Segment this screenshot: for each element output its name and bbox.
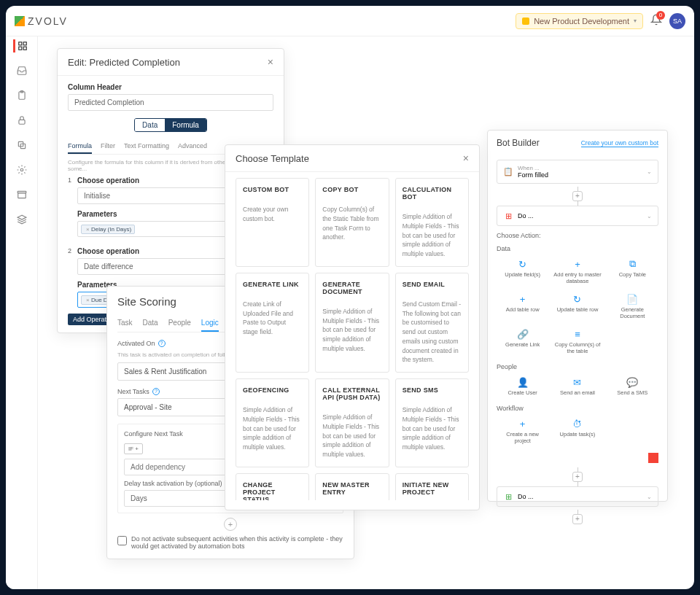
toggle-formula[interactable]: Formula: [165, 119, 206, 131]
tab-people[interactable]: People: [168, 315, 191, 332]
action-label: Send a SMS: [608, 389, 657, 396]
action-label: Generate Link: [498, 341, 547, 348]
template-card[interactable]: COPY BOTCopy Column(s) of the Static Tab…: [315, 178, 389, 267]
do-step[interactable]: ⊞ Do ... ⌄: [497, 206, 658, 226]
chevron-down-icon: ▾: [634, 18, 637, 24]
action-update-task-s-[interactable]: ⏱Update task(s): [551, 415, 603, 447]
template-title: SEND SMS: [402, 386, 462, 394]
tab-formula[interactable]: Formula: [68, 139, 92, 154]
project-color-icon: [522, 18, 529, 25]
action-send-a-sms[interactable]: 💬Send a SMS: [607, 373, 658, 399]
user-avatar[interactable]: SA: [669, 13, 685, 29]
action-label: Send an email: [553, 389, 602, 396]
template-card[interactable]: CHANGE PROJECT STATUSSimple Addition of …: [236, 473, 309, 500]
action-icon: +: [516, 418, 529, 429]
template-card[interactable]: CUSTOM BOTCreate your own custom bot.: [236, 178, 309, 267]
action-icon: 💬: [626, 376, 639, 388]
action-copy-column-s-of-the-table[interactable]: ≡Copy Column(s) of the table: [551, 325, 603, 357]
action-update-table-row[interactable]: ↻Update table row: [551, 290, 603, 322]
column-header-input[interactable]: [68, 94, 273, 111]
action-update-field-s-[interactable]: ↻Update field(s): [497, 255, 548, 287]
tab-text-formatting[interactable]: Text Formatting: [124, 139, 169, 154]
nav-copy[interactable]: [15, 139, 29, 152]
nav-settings[interactable]: [15, 163, 29, 176]
template-desc: Simple Addition of Multiple Fields - Thi…: [402, 405, 462, 452]
template-card[interactable]: SEND EMAILSend Custom Email - The follow…: [395, 273, 469, 373]
do-step-2[interactable]: ⊞ Do ... ⌄: [497, 486, 658, 507]
close-icon[interactable]: ×: [463, 152, 469, 164]
create-custom-bot-link[interactable]: Create your own custom bot: [581, 139, 658, 147]
add-step-button[interactable]: +: [572, 191, 583, 201]
svg-rect-2: [19, 47, 22, 50]
form-icon: 📋: [503, 167, 513, 177]
template-desc: Simple Addition of Multiple Fields - Thi…: [322, 413, 381, 459]
action-add-entry-to-master-database[interactable]: +Add entry to master database: [551, 255, 603, 287]
tab-advanced[interactable]: Advanced: [178, 139, 207, 154]
people-section-label: People: [497, 363, 658, 370]
remove-tag-icon[interactable]: ×: [86, 297, 90, 303]
template-card[interactable]: INITIATE NEW PROJECTSimple Addition of M…: [395, 473, 469, 500]
nav-home[interactable]: [13, 39, 28, 52]
template-title: CHANGE PROJECT STATUS: [243, 481, 302, 500]
status-indicator: [648, 453, 658, 463]
project-selector[interactable]: New Product Development ▾: [516, 13, 643, 29]
info-icon[interactable]: ?: [158, 340, 166, 347]
action-generate-link[interactable]: 🔗Generate Link: [497, 325, 548, 357]
nav-clipboard[interactable]: [15, 89, 29, 102]
add-step-button[interactable]: +: [572, 472, 583, 482]
add-step-button[interactable]: +: [572, 514, 583, 524]
action-label: Copy Column(s) of the table: [553, 341, 602, 354]
nav-archive[interactable]: [15, 188, 29, 201]
template-title: GENERATE LINK: [243, 281, 302, 288]
action-label: Add table row: [498, 306, 547, 313]
choose-action-label: Choose Action:: [497, 232, 658, 239]
action-icon: 👤: [516, 376, 529, 388]
close-icon[interactable]: ×: [268, 56, 273, 68]
template-card[interactable]: GENERATE LINKCreate Link of Uploaded Fil…: [236, 273, 309, 373]
svg-rect-10: [18, 193, 26, 198]
if-condition-button[interactable]: IF +: [124, 443, 143, 454]
action-send-an-email[interactable]: ✉Send an email: [551, 373, 603, 399]
when-step[interactable]: 📋 When ...Form filled ⌄: [497, 160, 658, 184]
template-title: CUSTOM BOT: [243, 186, 302, 193]
action-label: Add entry to master database: [553, 271, 602, 284]
template-card[interactable]: GEOFENCINGSimple Addition of Multiple Fi…: [236, 378, 309, 467]
template-card[interactable]: NEW MASTER ENTRYSimple Addition of Multi…: [315, 473, 389, 500]
parameter-tag: × Delay (In Days): [81, 225, 135, 234]
template-card[interactable]: SEND SMSSimple Addition of Multiple Fiel…: [395, 378, 469, 467]
nav-inbox[interactable]: [15, 64, 29, 77]
action-copy-table[interactable]: ⧉Copy Table: [607, 255, 658, 287]
action-icon: ⧉: [626, 258, 639, 270]
tab-task[interactable]: Task: [117, 315, 133, 332]
toggle-data[interactable]: Data: [135, 119, 165, 131]
template-card[interactable]: CALL EXTERNAL API (PUSH DATA)Simple Addi…: [315, 378, 389, 467]
nav-lock[interactable]: [15, 114, 29, 127]
tab-filter[interactable]: Filter: [101, 139, 115, 154]
grid-icon: ⊞: [503, 491, 513, 502]
data-section-label: Data: [497, 245, 658, 252]
action-icon: ↻: [571, 293, 584, 305]
remove-tag-icon[interactable]: ×: [86, 226, 90, 233]
action-create-user[interactable]: 👤Create User: [497, 373, 548, 399]
tab-data[interactable]: Data: [143, 315, 158, 332]
action-create-a-new-project[interactable]: +Create a new project: [497, 415, 548, 447]
template-card[interactable]: GENERATE DOCUMENTSimple Addition of Mult…: [315, 273, 389, 373]
column-header-label: Column Header: [68, 83, 273, 91]
project-name: New Product Development: [534, 17, 629, 26]
tab-logic[interactable]: Logic: [201, 315, 219, 332]
add-next-task-button[interactable]: +: [224, 518, 237, 531]
action-add-table-row[interactable]: +Add table row: [497, 290, 548, 322]
template-card[interactable]: CALCULATION BOTSimple Addition of Multip…: [395, 178, 469, 267]
nav-layers[interactable]: [15, 213, 29, 226]
template-title: CALL EXTERNAL API (PUSH DATA): [322, 386, 381, 401]
logo-icon: [15, 16, 25, 26]
info-icon[interactable]: ?: [152, 388, 160, 395]
template-title: INITIATE NEW PROJECT: [402, 481, 462, 496]
choose-template-title: Choose Template: [236, 153, 309, 164]
action-generate-document[interactable]: 📄Generate Document: [607, 290, 658, 322]
action-label: Update table row: [553, 306, 602, 313]
notifications-button[interactable]: 0: [650, 14, 662, 28]
template-desc: Simple Addition of Multiple Fields - Thi…: [402, 212, 462, 259]
do-not-activate-checkbox[interactable]: [117, 536, 127, 545]
svg-rect-6: [18, 120, 24, 124]
